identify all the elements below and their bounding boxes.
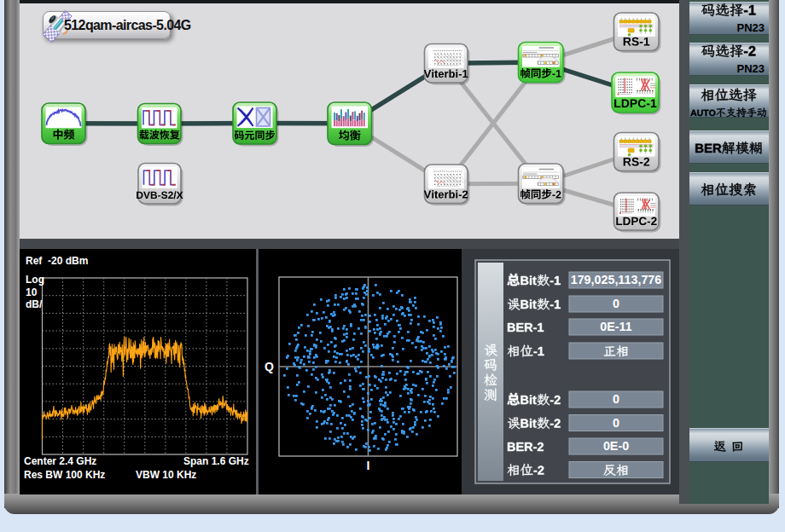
svg-text:Q: Q [265, 360, 274, 373]
svg-text:179,025,113,776: 179,025,113,776 [571, 273, 662, 286]
svg-text:0: 0 [613, 297, 619, 310]
svg-text:PN23: PN23 [736, 62, 765, 75]
svg-text:0: 0 [613, 416, 619, 430]
svg-text:0E-11: 0E-11 [600, 320, 631, 333]
svg-text:I: I [367, 459, 370, 472]
svg-text:PN23: PN23 [736, 21, 765, 34]
svg-text:0E-0: 0E-0 [603, 439, 629, 453]
svg-text:0: 0 [613, 392, 619, 406]
